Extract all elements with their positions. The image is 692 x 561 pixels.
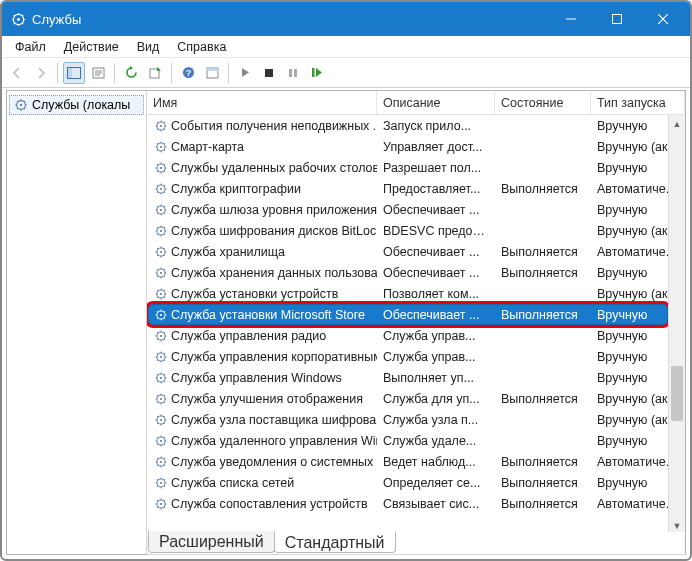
service-desc: Предоставляет... [377, 182, 495, 196]
svg-rect-13 [294, 69, 297, 77]
pause-service-button[interactable] [282, 62, 304, 84]
view-tabs [147, 554, 685, 561]
start-service-button[interactable] [234, 62, 256, 84]
service-name: Служба криптографии [171, 182, 301, 196]
close-button[interactable] [640, 2, 686, 36]
window-frame: Службы Файл Действие Вид Справка ? Служб [0, 0, 692, 561]
service-name: Служба улучшения отображения [171, 392, 363, 406]
service-desc: Обеспечивает ... [377, 266, 495, 280]
gear-icon [153, 475, 168, 490]
stop-service-button[interactable] [258, 62, 280, 84]
svg-point-26 [159, 208, 161, 210]
service-desc: BDESVC предос... [377, 224, 495, 238]
gear-icon [153, 118, 168, 133]
service-row[interactable]: Служба управления радиоСлужба управ...Вр… [147, 325, 685, 346]
service-row[interactable]: Служба узла поставщика шифрован...Служба… [147, 409, 685, 430]
scroll-up-arrow[interactable]: ▲ [669, 115, 685, 132]
svg-point-54 [159, 502, 161, 504]
show-hide-tree-button[interactable] [63, 62, 85, 84]
svg-point-50 [159, 460, 161, 462]
service-desc: Позволяет ком... [377, 287, 495, 301]
service-row[interactable]: Служба криптографииПредоставляет...Выпол… [147, 178, 685, 199]
properties-alt-button[interactable] [201, 62, 223, 84]
service-row[interactable]: Служба хранения данных пользоват...Обесп… [147, 262, 685, 283]
service-row[interactable]: Служба сопоставления устройствСвязывает … [147, 493, 685, 514]
service-name: Смарт-карта [171, 140, 244, 154]
scroll-thumb-v[interactable] [671, 366, 683, 421]
gear-icon [153, 328, 168, 343]
column-start[interactable]: Тип запуска [591, 91, 685, 114]
service-row[interactable]: Смарт-картаУправляет дост...Вручную (ак. [147, 136, 685, 157]
tab-extended[interactable]: Расширенный [148, 531, 275, 553]
service-name: Службы удаленных рабочих столов [171, 161, 377, 175]
service-row[interactable]: Служба уведомления о системных с...Ведет… [147, 451, 685, 472]
menu-file[interactable]: Файл [6, 38, 55, 56]
column-desc[interactable]: Описание [377, 91, 495, 114]
title-bar[interactable]: Службы [2, 2, 690, 36]
svg-point-44 [159, 397, 161, 399]
service-name: Служба шлюза уровня приложения [171, 203, 377, 217]
service-row[interactable]: Служба улучшения отображенияСлужба для у… [147, 388, 685, 409]
service-row[interactable]: Службы удаленных рабочих столовРазрешает… [147, 157, 685, 178]
menu-action[interactable]: Действие [55, 38, 128, 56]
service-name: Служба сопоставления устройств [171, 497, 368, 511]
svg-point-42 [159, 376, 161, 378]
vertical-scrollbar[interactable]: ▲ ▼ [668, 115, 685, 534]
menu-view[interactable]: Вид [128, 38, 169, 56]
gear-icon [153, 181, 168, 196]
service-row[interactable]: Служба управления корпоративным...Служба… [147, 346, 685, 367]
svg-point-28 [159, 229, 161, 231]
minimize-button[interactable] [548, 2, 594, 36]
window-title: Службы [32, 12, 548, 27]
service-row[interactable]: События получения неподвижных ...Запуск … [147, 115, 685, 136]
help-button[interactable]: ? [177, 62, 199, 84]
service-name: События получения неподвижных ... [171, 119, 377, 133]
service-name: Служба установки устройств [171, 287, 338, 301]
gear-icon [153, 433, 168, 448]
service-desc: Разрешает пол... [377, 161, 495, 175]
tree-sidebar[interactable]: Службы (локалы [7, 91, 147, 554]
gear-icon [153, 370, 168, 385]
svg-rect-11 [265, 69, 273, 77]
service-state: Выполняется [495, 392, 591, 406]
column-state[interactable]: Состояние [495, 91, 591, 114]
tree-root-services[interactable]: Службы (локалы [9, 95, 144, 115]
svg-rect-10 [207, 68, 218, 71]
service-desc: Выполняет уп... [377, 371, 495, 385]
service-row[interactable]: Служба хранилищаОбеспечивает ...Выполняе… [147, 241, 685, 262]
maximize-button[interactable] [594, 2, 640, 36]
service-row[interactable]: Служба шифрования дисков BitLockerBDESVC… [147, 220, 685, 241]
properties-button[interactable] [87, 62, 109, 84]
svg-point-34 [159, 292, 161, 294]
tab-standard[interactable]: Стандартный [274, 531, 396, 553]
service-row[interactable]: Служба установки устройствПозволяет ком.… [147, 283, 685, 304]
service-row[interactable]: Служба списка сетейОпределяет се...Выпол… [147, 472, 685, 493]
refresh-button[interactable] [120, 62, 142, 84]
svg-point-38 [159, 334, 161, 336]
restart-service-button[interactable] [306, 62, 328, 84]
gear-icon [153, 202, 168, 217]
service-desc: Служба для уп... [377, 392, 495, 406]
service-name: Служба шифрования дисков BitLocker [171, 224, 377, 238]
service-state: Выполняется [495, 308, 591, 322]
services-list[interactable]: События получения неподвижных ...Запуск … [147, 115, 685, 554]
svg-point-18 [159, 124, 161, 126]
service-row[interactable]: Служба установки Microsoft StoreОбеспечи… [147, 304, 685, 325]
svg-rect-2 [613, 15, 622, 24]
service-state: Выполняется [495, 266, 591, 280]
gear-icon [14, 98, 28, 112]
service-name: Служба узла поставщика шифрован... [171, 413, 377, 427]
service-row[interactable]: Служба удаленного управления Win...Служб… [147, 430, 685, 451]
svg-rect-4 [68, 68, 72, 78]
separator [114, 63, 115, 83]
service-name: Служба хранения данных пользоват... [171, 266, 377, 280]
service-row[interactable]: Служба шлюза уровня приложенияОбеспечива… [147, 199, 685, 220]
svg-point-46 [159, 418, 161, 420]
service-row[interactable]: Служба управления WindowsВыполняет уп...… [147, 367, 685, 388]
svg-point-22 [159, 166, 161, 168]
service-name: Служба уведомления о системных с... [171, 455, 377, 469]
gear-icon [153, 265, 168, 280]
column-name[interactable]: Имя [147, 91, 377, 114]
export-button[interactable] [144, 62, 166, 84]
menu-help[interactable]: Справка [168, 38, 235, 56]
